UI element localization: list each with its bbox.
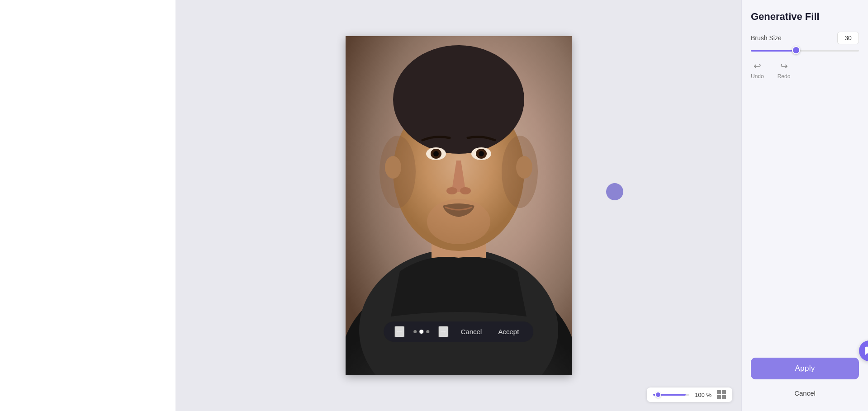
redo-icon: ↪ xyxy=(780,61,788,71)
redo-button[interactable]: ↪ Redo xyxy=(778,61,791,80)
panel-spacer xyxy=(751,89,859,340)
brush-size-label: Brush Size xyxy=(751,34,782,42)
brush-slider-thumb xyxy=(792,46,800,54)
dot-2 xyxy=(419,330,423,334)
prev-arrow-button[interactable]: ← xyxy=(394,326,404,337)
svg-point-11 xyxy=(479,151,484,156)
brush-slider-track[interactable] xyxy=(751,50,859,52)
zoom-bar: 100 % xyxy=(647,387,732,402)
dots-indicator xyxy=(413,330,429,334)
svg-point-5 xyxy=(393,45,524,154)
grid-cell-2 xyxy=(722,390,726,394)
accept-toolbar-button[interactable]: Accept xyxy=(494,326,522,337)
image-container: ← → Cancel Accept xyxy=(346,36,572,375)
brush-cursor xyxy=(606,183,623,200)
brush-slider-fill xyxy=(751,50,794,52)
svg-point-17 xyxy=(379,136,416,208)
svg-point-18 xyxy=(502,136,538,208)
svg-point-12 xyxy=(446,187,457,194)
grid-cell-3 xyxy=(717,395,721,399)
cancel-panel-button[interactable]: Cancel xyxy=(751,384,859,402)
next-arrow-button[interactable]: → xyxy=(438,326,448,337)
undo-redo-row: ↩ Undo ↪ Redo xyxy=(751,61,859,80)
dot-1 xyxy=(413,330,417,333)
left-panel xyxy=(0,0,175,411)
undo-icon: ↩ xyxy=(754,61,761,71)
grid-view-icon[interactable] xyxy=(717,390,726,399)
bottom-toolbar: ← → Cancel Accept xyxy=(384,321,534,342)
redo-label: Redo xyxy=(778,73,791,80)
brush-slider-container[interactable] xyxy=(751,50,859,52)
undo-label: Undo xyxy=(751,73,764,80)
chat-icon xyxy=(864,346,868,356)
right-panel: ✦ XA Generative Fill Brush Size ↩ Undo xyxy=(741,0,868,411)
grid-cell-1 xyxy=(717,390,721,394)
svg-point-10 xyxy=(433,151,439,156)
brush-size-row: Brush Size xyxy=(751,32,859,44)
apply-button[interactable]: Apply xyxy=(751,358,859,379)
cancel-toolbar-button[interactable]: Cancel xyxy=(457,326,486,337)
zoom-percent-label: 100 % xyxy=(695,392,711,398)
zoom-slider-track[interactable] xyxy=(653,394,689,396)
undo-button[interactable]: ↩ Undo xyxy=(751,61,764,80)
canvas-area: ← → Cancel Accept 100 % xyxy=(175,0,741,411)
panel-title: Generative Fill xyxy=(751,11,859,23)
grid-cell-4 xyxy=(722,395,726,399)
zoom-slider-thumb xyxy=(655,392,661,398)
panel-content: Generative Fill Brush Size ↩ Undo ↪ Redo xyxy=(742,0,868,350)
dot-3 xyxy=(426,330,429,333)
brush-size-input[interactable] xyxy=(837,32,859,44)
svg-point-14 xyxy=(427,199,490,244)
svg-point-13 xyxy=(460,187,471,194)
panel-bottom: Apply Cancel xyxy=(742,350,868,411)
